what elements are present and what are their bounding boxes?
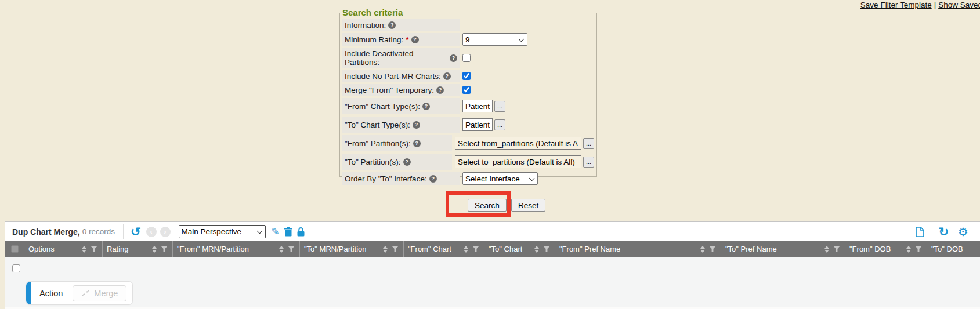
column-header-from-chart[interactable]: "From" Chart: [404, 241, 484, 257]
from-chart-types-browse-button[interactable]: ...: [494, 101, 505, 112]
edit-perspective-icon[interactable]: ✎: [272, 226, 280, 238]
include-no-part-mr-charts-label: Include No Part-MR Charts:: [345, 72, 441, 81]
column-header-rating[interactable]: Rating: [103, 241, 173, 257]
row-from-chart-types: "From" Chart Type(s):? ...: [342, 98, 594, 114]
sort-icon[interactable]: [279, 246, 284, 253]
column-header-to-mrn-partition[interactable]: "To" MRN/Partition: [300, 241, 404, 257]
settings-gear-icon[interactable]: ⚙: [958, 226, 968, 238]
help-icon[interactable]: ?: [388, 21, 396, 29]
to-chart-types-label: "To" Chart Type(s):: [345, 121, 410, 129]
grid-title: Dup Chart Merge,: [12, 227, 80, 237]
refresh-icon[interactable]: ↻: [938, 226, 949, 238]
from-chart-types-input[interactable]: [462, 100, 493, 112]
sort-icon[interactable]: [906, 246, 911, 253]
filter-icon[interactable]: [915, 246, 922, 252]
to-partitions-browse-button[interactable]: ...: [583, 157, 594, 168]
sort-icon[interactable]: [82, 246, 86, 253]
help-icon[interactable]: ?: [422, 103, 430, 110]
order-by-interface-select[interactable]: Select Interface: [462, 172, 538, 185]
row-checkbox[interactable]: [12, 264, 20, 272]
help-icon[interactable]: ?: [429, 175, 437, 183]
row-order-by-to-interface: Order By "To" Interface:? Select Interfa…: [342, 172, 594, 185]
toolbar-divider: [123, 224, 124, 239]
to-partitions-input[interactable]: [455, 155, 581, 168]
column-header-from-mrn-partition[interactable]: "From" MRN/Partition: [173, 241, 300, 257]
select-all-checkbox[interactable]: [11, 245, 19, 253]
help-icon[interactable]: ?: [413, 140, 421, 147]
from-partitions-browse-button[interactable]: ...: [583, 138, 594, 149]
search-criteria-fieldset: Search criteria Information:? Minimum Ra…: [339, 13, 597, 177]
link-separator: |: [934, 1, 936, 9]
filter-icon[interactable]: [91, 246, 97, 252]
merge-icon: [81, 289, 90, 297]
from-partitions-label: "From" Partition(s):: [345, 139, 411, 148]
sort-icon[interactable]: [534, 246, 539, 253]
merge-from-temporary-checkbox[interactable]: [462, 86, 471, 94]
action-accent-bar: [26, 282, 31, 304]
grid-body: Action Merge: [5, 257, 980, 309]
merge-from-temporary-label: Merge "From" Temporary:: [345, 86, 434, 94]
required-asterisk: *: [406, 35, 408, 44]
help-icon[interactable]: ?: [403, 158, 411, 166]
next-page-icon[interactable]: ›: [160, 227, 171, 237]
undo-icon[interactable]: ↺: [131, 226, 141, 238]
previous-page-icon[interactable]: ‹: [146, 227, 157, 237]
include-deactivated-partitions-label: Include Deactivated Partitions:: [345, 49, 447, 67]
perspective-select[interactable]: Main Perspective: [179, 225, 266, 238]
column-header-options[interactable]: Options: [24, 241, 103, 257]
help-icon[interactable]: ?: [436, 86, 444, 94]
grid-record-count: 0 records: [82, 227, 115, 236]
minimum-rating-select[interactable]: 9: [462, 33, 527, 46]
help-icon[interactable]: ?: [443, 72, 451, 80]
filter-icon[interactable]: [709, 246, 716, 252]
column-header-to-pref-name[interactable]: "To" Pref Name: [721, 241, 845, 257]
new-document-icon[interactable]: [916, 227, 924, 237]
show-saved-link[interactable]: Show Saved: [938, 1, 980, 9]
sort-icon[interactable]: [152, 246, 157, 253]
help-icon[interactable]: ?: [413, 121, 420, 129]
from-partitions-input[interactable]: [455, 137, 581, 150]
filter-icon[interactable]: [833, 246, 840, 252]
minimum-rating-label: Minimum Rating:: [345, 35, 403, 44]
column-header-from-pref-name[interactable]: "From" Pref Name: [555, 241, 721, 257]
merge-button-label: Merge: [94, 289, 118, 298]
sort-icon[interactable]: [383, 246, 388, 253]
row-merge-from-temporary: Merge "From" Temporary:?: [342, 84, 594, 96]
delete-perspective-icon[interactable]: [284, 227, 292, 237]
filter-icon[interactable]: [288, 246, 295, 252]
include-deactivated-partitions-checkbox[interactable]: [462, 54, 471, 62]
filter-template-links: Save Filter Template|Show Saved: [860, 1, 980, 9]
row-include-deactivated-partitions: Include Deactivated Partitions:?: [342, 48, 594, 68]
minimum-rating-select-wrap: 9: [462, 33, 527, 46]
search-criteria-title: Search criteria: [341, 8, 406, 17]
from-chart-types-label: "From" Chart Type(s):: [345, 102, 420, 111]
information-label: Information:: [345, 21, 386, 30]
row-information: Information:?: [342, 19, 594, 31]
filter-icon[interactable]: [472, 246, 479, 252]
filter-icon[interactable]: [543, 246, 550, 252]
lock-perspective-icon[interactable]: [297, 227, 305, 237]
include-no-part-mr-charts-checkbox[interactable]: [462, 72, 471, 80]
row-from-partitions: "From" Partition(s):? ...: [342, 135, 594, 151]
action-label: Action: [31, 289, 73, 298]
sort-icon[interactable]: [700, 246, 705, 253]
help-icon[interactable]: ?: [411, 36, 419, 43]
to-chart-types-browse-button[interactable]: ...: [494, 119, 505, 130]
sort-icon[interactable]: [464, 246, 468, 253]
search-button[interactable]: Search: [468, 199, 507, 212]
merge-button[interactable]: Merge: [73, 285, 126, 301]
grid-header-row: Options Rating "From" MRN/Partition "To"…: [5, 241, 980, 257]
header-select-all: [5, 241, 24, 257]
row-to-partitions: "To" Partition(s):? ...: [342, 154, 594, 170]
column-header-from-dob[interactable]: "From" DOB: [845, 241, 927, 257]
sort-icon[interactable]: [824, 246, 829, 253]
column-header-to-dob[interactable]: "To" DOB: [927, 241, 980, 257]
filter-icon[interactable]: [161, 246, 168, 252]
save-filter-template-link[interactable]: Save Filter Template: [860, 1, 932, 9]
reset-button[interactable]: Reset: [511, 199, 545, 212]
help-icon[interactable]: ?: [450, 54, 457, 62]
filter-icon[interactable]: [392, 246, 399, 252]
perspective-select-wrap: Main Perspective: [179, 225, 266, 238]
to-chart-types-input[interactable]: [462, 118, 493, 131]
column-header-to-chart[interactable]: "To" Chart: [484, 241, 555, 257]
